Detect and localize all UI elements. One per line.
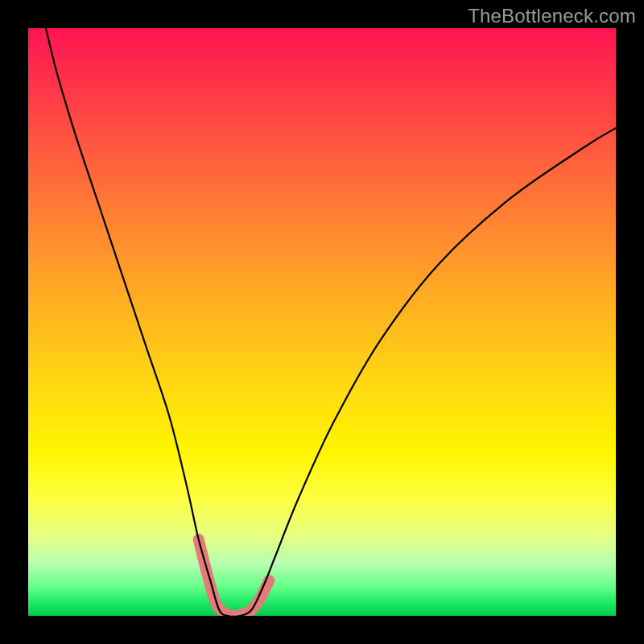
curve-layer <box>28 28 616 616</box>
bottleneck-curve <box>46 28 616 616</box>
plot-area <box>28 28 616 616</box>
watermark-text: TheBottleneck.com <box>468 5 636 27</box>
chart-frame: TheBottleneck.com <box>0 0 644 644</box>
